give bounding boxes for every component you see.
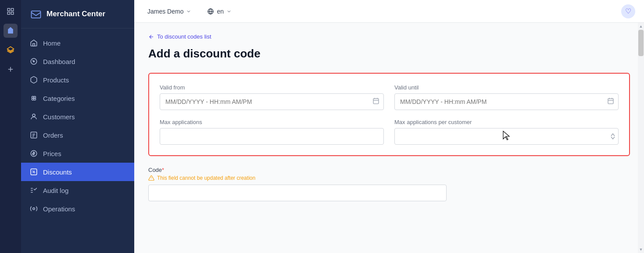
code-input[interactable]	[148, 185, 447, 201]
sidebar-item-orders-label: Orders	[43, 132, 63, 139]
project-chevron-icon	[186, 9, 191, 14]
max-per-customer-spinbox-wrapper	[394, 128, 619, 145]
max-per-customer-label: Max applications per customer	[394, 119, 619, 125]
valid-until-input[interactable]	[394, 93, 619, 110]
breadcrumb-label: To discount codes list	[157, 33, 211, 40]
valid-from-input[interactable]	[160, 93, 384, 110]
code-required-marker: *	[162, 167, 164, 173]
svg-rect-8	[32, 11, 41, 18]
sidebar-item-discounts-label: Discounts	[43, 168, 72, 176]
icon-bar-pages[interactable]	[4, 4, 18, 18]
sidebar-item-prices[interactable]: Prices	[21, 144, 134, 163]
lang-chevron-icon	[226, 9, 232, 14]
icon-bar-add[interactable]	[4, 62, 18, 76]
sidebar-item-operations[interactable]: Operations	[21, 200, 134, 218]
valid-until-input-wrapper	[394, 93, 619, 110]
scroll-down-arrow[interactable]: ▼	[638, 246, 644, 253]
form-group-max-applications: Max applications	[160, 119, 384, 145]
svg-point-24	[35, 173, 35, 173]
code-label: Code*	[148, 167, 630, 173]
sidebar-item-customers-label: Customers	[43, 113, 75, 121]
sidebar-item-products[interactable]: Products	[21, 71, 134, 89]
breadcrumb-icon	[148, 34, 154, 40]
scroll-area	[638, 30, 644, 246]
svg-point-23	[33, 171, 33, 171]
sidebar-item-categories-label: Categories	[43, 95, 75, 102]
form-group-valid-until: Valid until	[394, 84, 619, 110]
avatar-symbol: ♡	[625, 7, 631, 15]
warning-icon	[148, 175, 154, 181]
form-validity-section: Valid from Valid until	[148, 73, 630, 156]
svg-point-28	[33, 208, 35, 210]
sidebar-item-customers[interactable]: Customers	[21, 107, 134, 126]
svg-point-16	[32, 114, 35, 117]
sidebar-item-orders[interactable]: Orders	[21, 126, 134, 144]
main-wrapper: James Demo en ♡ To discount codes list A…	[134, 0, 644, 253]
valid-until-label: Valid until	[394, 84, 619, 91]
customers-icon	[30, 113, 38, 121]
sidebar-nav: Home Dashboard Products Categories Custo…	[21, 29, 134, 253]
page-content: To discount codes list Add a discount co…	[134, 23, 644, 253]
sidebar-item-dashboard-label: Dashboard	[43, 58, 75, 65]
sidebar-item-audit-log[interactable]: Audit log	[21, 181, 134, 200]
max-applications-input[interactable]	[160, 128, 384, 145]
topbar-lang-selector[interactable]: en	[203, 5, 236, 18]
valid-from-label: Valid from	[160, 84, 384, 91]
sidebar-item-products-label: Products	[43, 76, 69, 84]
form-row-max-apps: Max applications Max applications per cu…	[160, 119, 619, 145]
sidebar-item-discounts[interactable]: Discounts	[21, 163, 134, 181]
scrollbar-track[interactable]: ▲ ▼	[638, 23, 644, 253]
sidebar-item-operations-label: Operations	[43, 205, 75, 213]
code-warning-text: This field cannot be updated after creat…	[157, 175, 255, 181]
home-icon	[30, 39, 38, 47]
code-warning: This field cannot be updated after creat…	[148, 175, 630, 181]
topbar: James Demo en ♡	[134, 0, 644, 23]
svg-point-15	[34, 96, 36, 99]
form-group-valid-from: Valid from	[160, 84, 384, 110]
form-row-dates: Valid from Valid until	[160, 84, 619, 110]
max-applications-label: Max applications	[160, 119, 384, 125]
svg-rect-0	[7, 8, 10, 11]
svg-rect-3	[7, 12, 10, 14]
project-name: James Demo	[147, 8, 183, 15]
icon-bar	[0, 0, 21, 253]
sidebar-item-categories[interactable]: Categories	[21, 89, 134, 107]
page-title: Add a discount code	[148, 47, 630, 61]
form-code-section: Code* This field cannot be updated after…	[148, 167, 630, 201]
discounts-icon	[30, 168, 38, 176]
valid-from-input-wrapper	[160, 93, 384, 110]
topbar-project-selector[interactable]: James Demo	[143, 5, 196, 18]
sidebar-item-prices-label: Prices	[43, 150, 61, 157]
sidebar-item-home-label: Home	[43, 39, 61, 47]
app-name: Merchant Center	[47, 10, 105, 18]
products-icon	[30, 76, 38, 84]
svg-point-14	[32, 98, 34, 100]
globe-icon	[207, 8, 214, 15]
topbar-avatar[interactable]: ♡	[621, 4, 635, 18]
form-group-max-per-customer: Max applications per customer	[394, 119, 619, 145]
orders-icon	[30, 131, 38, 139]
scroll-thumb[interactable]	[638, 30, 644, 56]
max-per-customer-input[interactable]	[394, 128, 619, 145]
dashboard-icon	[30, 57, 38, 65]
code-label-text: Code	[148, 167, 162, 173]
categories-icon	[30, 94, 38, 102]
sidebar-item-home[interactable]: Home	[21, 34, 134, 52]
breadcrumb[interactable]: To discount codes list	[148, 33, 630, 40]
icon-bar-active[interactable]	[4, 24, 18, 38]
lang-label: en	[217, 8, 224, 15]
sidebar: Merchant Center Home Dashboard Products …	[21, 0, 134, 253]
prices-icon	[30, 150, 38, 157]
scroll-up-arrow[interactable]: ▲	[638, 23, 644, 30]
svg-rect-9	[33, 44, 35, 46]
sidebar-item-dashboard[interactable]: Dashboard	[21, 52, 134, 71]
svg-rect-1	[11, 8, 14, 11]
icon-bar-layers[interactable]	[4, 43, 18, 57]
svg-marker-4	[8, 28, 13, 34]
sidebar-logo: Merchant Center	[21, 0, 134, 29]
svg-rect-2	[11, 12, 14, 14]
operations-icon	[30, 205, 38, 213]
audit-icon	[30, 186, 38, 194]
sidebar-item-audit-label: Audit log	[43, 187, 68, 194]
